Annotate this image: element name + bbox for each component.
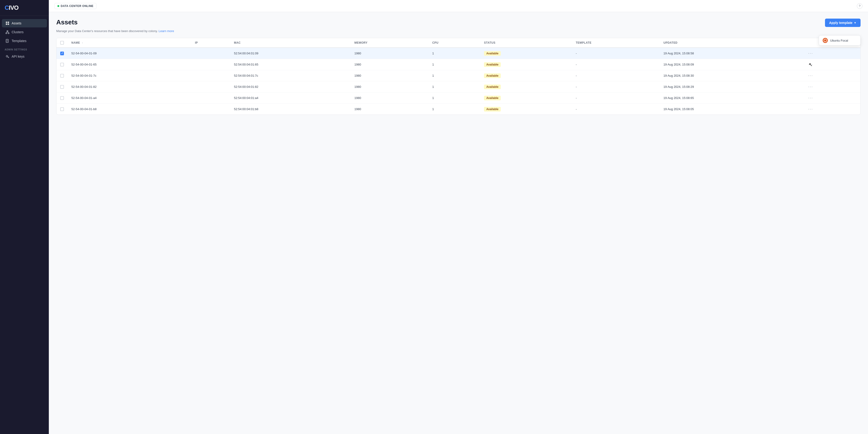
row-mac: 52:54:00:04:01:b8: [230, 104, 350, 115]
row-cpu: 1: [428, 70, 480, 81]
status-badge: Available: [484, 107, 501, 111]
th-name[interactable]: NAME ↑: [68, 38, 191, 47]
dropdown-menu: Ubuntu Focal: [819, 35, 861, 45]
row-cpu: 1: [428, 104, 480, 115]
row-memory: 1980: [351, 47, 429, 59]
th-template: TEMPLATE: [572, 38, 660, 47]
table-row: 52-54-00-04-01-7c 52:54:00:04:01:7c 1980…: [57, 70, 860, 81]
row-actions-cell: ···: [803, 47, 860, 59]
row-cpu: 1: [428, 59, 480, 70]
row-status: Available: [480, 59, 572, 70]
sidebar: CIVO Assets Clusters: [0, 0, 49, 434]
data-center-label: DATA CENTER ONLINE: [61, 4, 93, 8]
row-checkbox-cell: [57, 93, 68, 104]
row-cpu: 1: [428, 93, 480, 104]
row-actions-button[interactable]: ···: [807, 62, 814, 67]
row-memory: 1980: [351, 93, 429, 104]
row-ip: [191, 59, 230, 70]
row-actions-button[interactable]: ···: [807, 95, 814, 101]
ubuntu-icon: [823, 38, 828, 43]
row-ip: [191, 93, 230, 104]
row-updated: 19 Aug 2024, 15:08:09: [660, 59, 803, 70]
row-checkbox[interactable]: [60, 52, 64, 55]
svg-point-4: [7, 31, 8, 32]
row-mac: 52:54:00:04:01:65: [230, 59, 350, 70]
row-template: -: [572, 59, 660, 70]
row-name: 52-54-00-04-01-82: [68, 81, 191, 93]
online-indicator: [57, 5, 59, 7]
row-actions-cell: ···: [803, 81, 860, 93]
civo-logo: CIVO: [5, 4, 44, 11]
row-ip: [191, 81, 230, 93]
main-area: DATA CENTER ONLINE ? Assets Apply templa…: [49, 0, 868, 434]
row-template: -: [572, 47, 660, 59]
row-name: 52-54-00-04-01-65: [68, 59, 191, 70]
sidebar-item-api-keys[interactable]: API keys: [2, 52, 47, 61]
sidebar-item-clusters[interactable]: Clusters: [2, 28, 47, 36]
row-name: 52-54-00-04-01-09: [68, 47, 191, 59]
logo-area: CIVO: [0, 0, 49, 16]
learn-more-link[interactable]: Learn more: [158, 29, 174, 33]
status-badge: Available: [484, 73, 501, 78]
sidebar-nav: Assets Clusters Templates ADMIN SETTINGS: [0, 16, 49, 434]
svg-line-8: [7, 32, 9, 33]
row-actions-cell: ···: [803, 70, 860, 81]
svg-rect-1: [8, 22, 9, 23]
row-checkbox[interactable]: [60, 85, 64, 89]
table-row: 52-54-00-04-01-b8 52:54:00:04:01:b8 1980…: [57, 104, 860, 115]
th-memory: MEMORY: [351, 38, 429, 47]
sort-icon: ↑: [82, 42, 83, 44]
row-actions-button[interactable]: ···: [807, 84, 814, 90]
row-actions-button[interactable]: ···: [807, 73, 814, 78]
sidebar-item-clusters-label: Clusters: [11, 30, 24, 34]
table-row: 52-54-00-04-01-65 52:54:00:04:01:65 1980…: [57, 59, 860, 70]
row-memory: 1980: [351, 81, 429, 93]
th-status: STATUS: [480, 38, 572, 47]
row-template: -: [572, 81, 660, 93]
svg-rect-3: [8, 24, 9, 25]
status-badge: Available: [484, 96, 501, 100]
sidebar-item-assets-label: Assets: [11, 21, 21, 25]
row-template: -: [572, 104, 660, 115]
row-checkbox[interactable]: [60, 107, 64, 111]
row-ip: [191, 70, 230, 81]
row-mac: 52:54:00:04:01:7c: [230, 70, 350, 81]
row-ip: [191, 47, 230, 59]
row-checkbox[interactable]: [60, 63, 64, 66]
row-memory: 1980: [351, 104, 429, 115]
apply-template-button[interactable]: Apply template ▼: [825, 19, 861, 27]
th-updated: UPDATED: [660, 38, 803, 47]
row-checkbox[interactable]: [60, 96, 64, 100]
file-icon: [6, 39, 9, 43]
row-updated: 19 Aug 2024, 15:08:05: [660, 104, 803, 115]
select-all-checkbox[interactable]: [60, 41, 64, 44]
row-name: 52-54-00-04-01-b8: [68, 104, 191, 115]
table-row: 52-54-00-04-01-09 52:54:00:04:01:09 1980…: [57, 47, 860, 59]
sidebar-item-templates[interactable]: Templates: [2, 37, 47, 45]
dropdown-item-ubuntu-focal[interactable]: Ubuntu Focal: [819, 36, 860, 45]
row-name: 52-54-00-04-01-7c: [68, 70, 191, 81]
row-actions-button[interactable]: ···: [807, 51, 814, 56]
key-icon: [6, 55, 9, 58]
status-badge: Available: [484, 85, 501, 89]
help-button[interactable]: ?: [857, 3, 862, 9]
row-actions-cell: ···: [803, 104, 860, 115]
assets-table-container: NAME ↑ IP MAC MEMORY CPU STATUS TEMPLATE…: [56, 38, 861, 115]
row-status: Available: [480, 104, 572, 115]
table-row: 52-54-00-04-01-a4 52:54:00:04:01:a4 1980…: [57, 93, 860, 104]
svg-point-6: [8, 33, 9, 34]
row-status: Available: [480, 70, 572, 81]
row-updated: 19 Aug 2024, 15:08:65: [660, 93, 803, 104]
row-checkbox[interactable]: [60, 74, 64, 77]
row-mac: 52:54:00:04:01:09: [230, 47, 350, 59]
sidebar-item-api-keys-label: API keys: [11, 55, 24, 58]
row-actions-button[interactable]: ···: [807, 106, 814, 112]
row-actions-cell: ···: [803, 93, 860, 104]
page-header: Assets Apply template ▼: [56, 19, 861, 27]
cluster-icon: [6, 30, 9, 34]
sidebar-item-assets[interactable]: Assets: [2, 19, 47, 27]
row-checkbox-cell: [57, 70, 68, 81]
row-memory: 1980: [351, 70, 429, 81]
svg-point-5: [6, 33, 7, 34]
table-header-row: NAME ↑ IP MAC MEMORY CPU STATUS TEMPLATE…: [57, 38, 860, 47]
